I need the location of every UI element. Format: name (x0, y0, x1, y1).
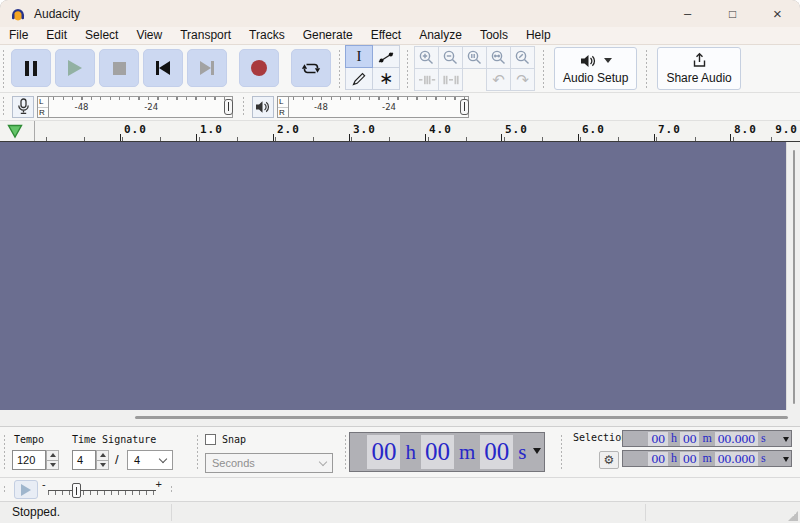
close-button[interactable]: × (755, 0, 800, 27)
multi-tool-button[interactable]: ∗ (372, 67, 400, 90)
tempo-stepper[interactable] (46, 450, 59, 470)
play-at-speed-button[interactable] (14, 480, 38, 499)
window-resize-grip[interactable] (788, 511, 798, 521)
playback-speed-slider[interactable]: - + (42, 478, 162, 502)
audio-position-display[interactable]: 00 h 00 m 00 s (349, 432, 545, 472)
tempo-label: Tempo (14, 434, 44, 445)
speedbar-end-grip[interactable] (169, 485, 174, 494)
playback-volume-slider[interactable] (460, 99, 469, 115)
sel-start-seconds[interactable]: 00.000 (715, 432, 758, 446)
undo-button[interactable]: ↶ (486, 68, 511, 91)
draw-tool-button[interactable] (345, 67, 373, 90)
skip-to-end-button[interactable] (187, 49, 227, 87)
sel-start-minutes[interactable]: 00 (680, 432, 700, 446)
menu-help[interactable]: Help (517, 27, 560, 44)
play-at-speed-grip[interactable] (2, 485, 7, 494)
track-canvas[interactable] (0, 142, 786, 410)
zoom-out-button[interactable] (438, 46, 463, 69)
recording-meter-button[interactable] (12, 96, 34, 118)
time-format-dropdown-icon[interactable] (533, 448, 541, 454)
note-value-dropdown[interactable]: 4 (127, 450, 173, 470)
silence-audio-button[interactable] (438, 68, 463, 91)
vertical-scrollbar[interactable] (786, 142, 800, 410)
selection-tool-button[interactable]: I (345, 45, 373, 68)
sel-end-minutes[interactable]: 00 (680, 452, 700, 466)
position-seconds[interactable]: 00 (480, 435, 513, 469)
menu-generate[interactable]: Generate (294, 27, 362, 44)
recording-meter[interactable]: -48 -24 (49, 96, 233, 118)
envelope-tool-button[interactable] (372, 45, 400, 68)
sel-end-seconds[interactable]: 00.000 (715, 452, 758, 466)
share-audio-button[interactable]: Share Audio (657, 47, 740, 90)
recording-meter-grip[interactable] (1, 96, 6, 117)
menu-file[interactable]: File (0, 27, 37, 44)
pause-button[interactable] (11, 49, 51, 87)
trim-audio-button[interactable] (414, 68, 439, 91)
menu-view[interactable]: View (127, 27, 171, 44)
audacity-logo-icon (10, 6, 26, 22)
selection-start-field[interactable]: 00 h 00 m 00.000 s (622, 430, 792, 447)
recording-volume-slider[interactable] (224, 99, 233, 115)
position-hours[interactable]: 00 (367, 435, 400, 469)
menu-tracks[interactable]: Tracks (240, 27, 294, 44)
maximize-button[interactable]: □ (710, 0, 755, 27)
tools-toolbar-grip[interactable] (337, 49, 342, 88)
position-minutes[interactable]: 00 (421, 435, 454, 469)
title-bar[interactable]: Audacity – □ × (0, 0, 800, 27)
speed-slider-thumb[interactable] (72, 483, 81, 498)
snapping-toolbar-grip[interactable] (195, 434, 200, 470)
selection-end-field[interactable]: 00 h 00 m 00.000 s (622, 450, 792, 467)
timeline: 0.0 1.0 2.0 3.0 4.0 5.0 6.0 7.0 8.0 9.0 (0, 121, 800, 142)
stop-button[interactable] (99, 49, 139, 87)
speed-minus-label: - (42, 478, 46, 490)
redo-icon: ↷ (516, 72, 529, 87)
tempo-input[interactable]: 120 (12, 450, 46, 470)
selection-toolbar-grip[interactable] (559, 434, 564, 470)
playback-meter[interactable]: -48 -24 (289, 96, 469, 118)
menu-analyze[interactable]: Analyze (410, 27, 471, 44)
selection-options-button[interactable]: ⚙ (599, 451, 619, 469)
audio-setup-toolbar-grip[interactable] (541, 49, 546, 88)
beats-stepper[interactable] (96, 450, 109, 470)
playback-meter-grip[interactable] (241, 96, 246, 117)
sel-start-format-dropdown-icon[interactable] (783, 437, 789, 442)
menu-transport[interactable]: Transport (171, 27, 240, 44)
share-toolbar-grip[interactable] (644, 49, 649, 88)
timeline-ruler[interactable]: 0.0 1.0 2.0 3.0 4.0 5.0 6.0 7.0 8.0 9.0 (36, 121, 800, 141)
playback-meter-button[interactable] (252, 96, 274, 118)
record-button[interactable] (239, 49, 279, 87)
status-separator (645, 504, 646, 521)
skip-to-start-button[interactable] (143, 49, 183, 87)
zoom-selection-button[interactable] (462, 46, 487, 69)
zoom-toggle-icon (514, 49, 531, 66)
play-at-speed-toolbar: - + (0, 477, 800, 501)
zoom-in-button[interactable] (414, 46, 439, 69)
play-tick-24: -24 (382, 102, 396, 112)
audio-setup-button[interactable]: Audio Setup (554, 47, 637, 90)
time-toolbar-grip[interactable] (343, 434, 348, 470)
menu-select[interactable]: Select (76, 27, 127, 44)
menu-effect[interactable]: Effect (362, 27, 410, 44)
play-button[interactable] (55, 49, 95, 87)
snap-checkbox[interactable] (205, 434, 216, 445)
menu-tools[interactable]: Tools (471, 27, 517, 44)
skip-to-end-icon (200, 61, 214, 75)
fit-project-button[interactable] (486, 46, 511, 69)
horizontal-scrollbar-thumb[interactable] (135, 416, 788, 419)
zoom-toggle-button[interactable] (510, 46, 535, 69)
edit-toolbar-grip[interactable] (405, 49, 410, 88)
menu-edit[interactable]: Edit (37, 27, 76, 44)
sel-start-hours[interactable]: 00 (648, 432, 668, 446)
time-signature-toolbar-grip[interactable] (2, 434, 7, 470)
redo-button[interactable]: ↷ (510, 68, 535, 91)
minimize-button[interactable]: – (665, 0, 710, 27)
sel-end-hours[interactable]: 00 (648, 452, 668, 466)
beats-per-bar-input[interactable]: 4 (72, 450, 96, 470)
vertical-scrollbar-thumb[interactable] (793, 150, 795, 404)
loop-button[interactable] (291, 49, 331, 87)
sel-end-format-dropdown-icon[interactable] (783, 457, 789, 462)
timeline-options-button[interactable] (0, 121, 35, 141)
transport-toolbar-grip[interactable] (1, 49, 6, 88)
horizontal-scrollbar[interactable] (0, 410, 800, 426)
snap-mode-dropdown[interactable]: Seconds (205, 453, 333, 473)
